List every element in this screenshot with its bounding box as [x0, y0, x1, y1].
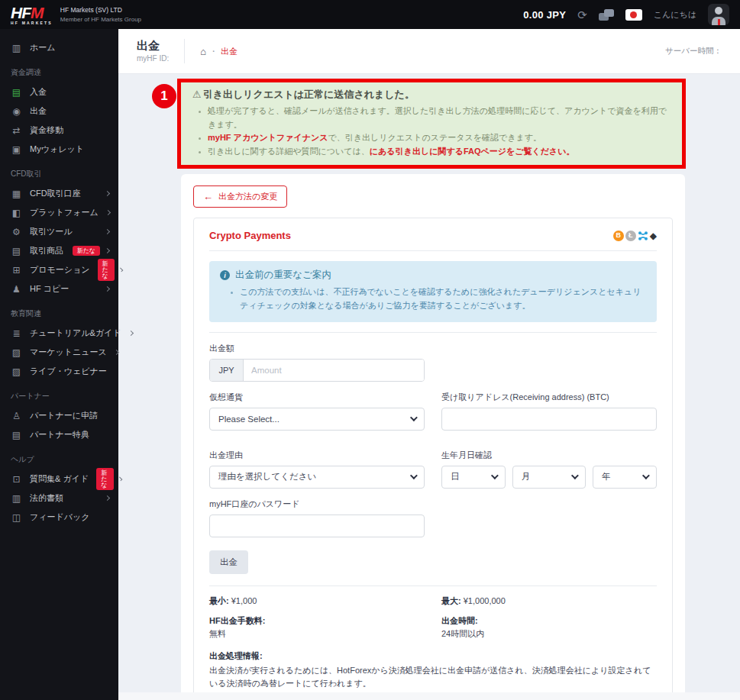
currency-prefix: JPY — [210, 360, 244, 381]
bitcoin-icon: B — [613, 231, 624, 241]
company-name: HF Markets (SV) LTD — [60, 6, 141, 14]
chevron-right-icon — [105, 191, 110, 196]
gift-icon: ⊞ — [11, 265, 22, 276]
sidebar-item-mywallet[interactable]: ▣ Myウォレット — [0, 140, 118, 159]
chevron-down-icon — [491, 472, 499, 479]
sidebar-item-live-webinar[interactable]: ▨ ライブ・ウェビナー — [0, 362, 118, 381]
dob-year-select[interactable]: 年 — [593, 466, 657, 489]
deposit-icon: ▤ — [11, 87, 22, 98]
card-title: Crypto Payments — [209, 230, 291, 241]
news-icon: ▨ — [11, 347, 22, 358]
bottom-strip — [118, 692, 740, 700]
grid-icon: ▦ — [11, 189, 22, 199]
sidebar-item-trading-products[interactable]: ▤ 取引商品 新たな — [0, 241, 118, 260]
dob-day-select[interactable]: 日 — [441, 466, 506, 489]
sidebar-item-platforms[interactable]: ◧ プラットフォーム — [0, 203, 118, 222]
max-amount: 最大: ¥1,000,000 — [441, 595, 657, 607]
sidebar-item-market-news[interactable]: ▨ マーケットニュース — [0, 343, 118, 362]
chevron-down-icon — [571, 472, 579, 479]
chevron-down-icon — [410, 414, 418, 421]
top-bar: HFM HF MARKETS HF Markets (SV) LTD Membe… — [0, 0, 740, 29]
sidebar-item-hf-copy[interactable]: ♟ HF コピー — [0, 279, 118, 298]
greeting-text: こんにちは — [654, 9, 696, 21]
document-icon: ▤ — [11, 430, 22, 440]
crypto-currency-label: 仮想通貨 — [209, 392, 425, 403]
legal-docs-icon: ▥ — [11, 493, 22, 504]
new-badge: 新たな — [73, 246, 100, 256]
new-badge: 新たな — [98, 259, 115, 281]
alert-bullet: 引き出しに関する詳細や質問については、にある引き出しに関するFAQページをご覧く… — [208, 145, 671, 159]
breadcrumb-current[interactable]: 出金 — [221, 46, 238, 57]
notice-bullet: この方法での支払いは、不正行為でないことを確認するために強化されたデューデリジェ… — [240, 285, 646, 312]
sidebar-item-partner-apply[interactable]: ♙ パートナーに申請 — [0, 406, 118, 425]
sidebar-item-home[interactable]: ▥ ホーム — [0, 38, 118, 57]
withdrawal-reason-select[interactable]: 理由を選択してください — [209, 466, 425, 489]
min-amount: 最小: ¥1,000 — [209, 595, 425, 607]
sidebar-nav: ▥ ホーム 資金調達 ▤ 入金 ◉ 出金 ⇄ 資金移動 ▣ Myウォレット CF… — [0, 29, 118, 700]
breadcrumb: ⌂ ・ 出金 — [200, 46, 238, 57]
sidebar-item-tutorials[interactable]: ≣ チュートリアル&ガイド — [0, 324, 118, 343]
chevron-right-icon — [114, 350, 119, 355]
change-withdrawal-method-button[interactable]: ← 出金方法の変更 — [193, 185, 287, 208]
sidebar-section-partner: パートナー — [0, 381, 118, 406]
withdraw-submit-button[interactable]: 出金 — [209, 550, 248, 574]
hfm-logo[interactable]: HFM HF MARKETS — [11, 5, 53, 25]
user-avatar[interactable] — [708, 4, 729, 25]
chevron-down-icon — [642, 472, 650, 479]
receiving-address-input[interactable] — [441, 408, 657, 431]
account-balance: 0.00 JPY — [523, 9, 566, 21]
transfer-icon: ⇄ — [11, 125, 22, 136]
alert-bullet: myHF アカウントファイナンスで、引き出しリクエストのステータスを確認できます… — [208, 131, 671, 145]
withdrawal-limits: 最小: ¥1,000 最大: ¥1,000,000 HF出金手数料:無料 出金時… — [209, 586, 657, 700]
home-icon[interactable]: ⌂ — [200, 46, 206, 57]
products-icon: ▤ — [11, 246, 22, 256]
sidebar-item-partner-benefits[interactable]: ▤ パートナー特典 — [0, 425, 118, 444]
page-title: 出金 — [137, 40, 169, 53]
hfm-logo-text: HFM — [11, 5, 53, 21]
alert-title: ⚠引き出しリクエストは正常に送信されました。 — [192, 88, 671, 102]
myhf-password-label: myHF口座のパスワード — [209, 498, 425, 510]
myhf-password-input[interactable] — [209, 515, 425, 537]
faq-link[interactable]: にある引き出しに関するFAQページをご覧ください。 — [370, 147, 575, 156]
monitor-icon: ◧ — [11, 208, 22, 218]
myhf-finance-link[interactable]: myHF アカウントファイナンス — [208, 133, 328, 142]
sidebar-item-faq-guides[interactable]: ⊡ 質問集& ガイド 新たな — [0, 469, 118, 489]
sidebar-item-withdrawal[interactable]: ◉ 出金 — [0, 102, 118, 121]
sidebar-item-cfd-accounts[interactable]: ▦ CFD取引口座 — [0, 184, 118, 203]
dob-month-select[interactable]: 月 — [512, 466, 586, 489]
person-icon: ♟ — [11, 284, 22, 295]
tools-icon: ⚙ — [11, 227, 22, 237]
refresh-icon[interactable]: ⟳ — [577, 9, 587, 21]
ethereum-icon: ◆ — [650, 231, 657, 240]
sidebar-section-education: 教育関連 — [0, 298, 118, 324]
crypto-payments-card: Crypto Payments B Ł ◆ — [193, 218, 673, 700]
sidebar-section-help: ヘルプ — [0, 444, 118, 469]
sidebar-item-transfer[interactable]: ⇄ 資金移動 — [0, 121, 118, 140]
company-info: HF Markets (SV) LTD Member of HF Markets… — [60, 6, 141, 23]
crypto-currency-select[interactable]: Please Select... — [209, 408, 425, 431]
fee-info: HF出金手数料:無料 — [209, 615, 425, 640]
home-chart-icon: ▥ — [11, 43, 22, 53]
sidebar-item-deposit[interactable]: ▤ 入金 — [0, 82, 118, 102]
info-icon: i — [220, 270, 230, 280]
withdrawal-icon: ◉ — [11, 106, 22, 117]
sidebar-section-cfd: CFD取引 — [0, 159, 118, 184]
sidebar-item-trading-tools[interactable]: ⚙ 取引ツール — [0, 222, 118, 241]
breadcrumb-separator: ・ — [209, 46, 218, 57]
webinar-icon: ▨ — [11, 366, 22, 377]
sidebar-item-legal-docs[interactable]: ▥ 法的書類 — [0, 489, 118, 508]
chevron-right-icon — [105, 495, 110, 501]
back-arrow-icon: ← — [203, 192, 213, 202]
japan-flag-icon[interactable] — [625, 9, 642, 21]
chat-icon[interactable] — [599, 9, 614, 21]
amount-input[interactable] — [244, 360, 424, 381]
sidebar-item-promotions[interactable]: ⊞ プロモーション 新たな — [0, 260, 118, 279]
amount-label: 出金額 — [209, 343, 425, 354]
chevron-right-icon — [105, 229, 110, 234]
time-info: 出金時間:24時間以内 — [441, 615, 657, 640]
chevron-down-icon — [410, 472, 418, 479]
sidebar-item-feedback[interactable]: ◫ フィードバック — [0, 508, 118, 527]
dob-label: 生年月日確認 — [441, 450, 657, 461]
warning-icon: ⚠ — [192, 89, 202, 100]
feedback-icon: ◫ — [11, 512, 22, 523]
